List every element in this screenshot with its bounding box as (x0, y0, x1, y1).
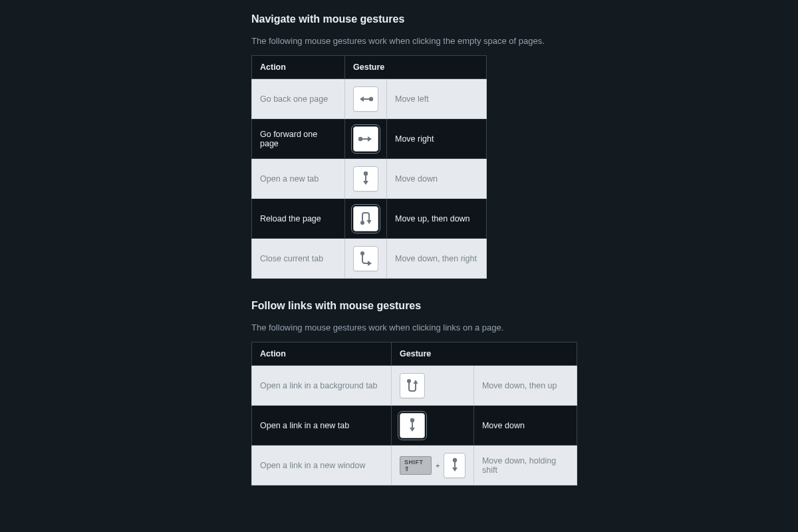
gesture-down-right-icon (353, 246, 378, 271)
col-action: Action (252, 342, 392, 366)
action-cell: Open a link in a background tab (252, 366, 392, 406)
gesture-down-up-icon (400, 373, 425, 398)
col-gesture: Gesture (392, 342, 577, 366)
gesture-icon-cell (345, 119, 387, 159)
plus-icon: + (436, 462, 440, 469)
links-table: Action Gesture Open a link in a backgrou… (251, 342, 577, 485)
col-gesture: Gesture (345, 56, 487, 79)
gesture-right-icon (353, 126, 378, 152)
table-row: Open a link in a new window SHIFT ⇧ + Mo… (252, 446, 577, 485)
section-links-lead: The following mouse gestures work when c… (251, 323, 798, 332)
table-header-row: Action Gesture (252, 342, 577, 366)
gesture-cell: Move up, then down (387, 199, 487, 239)
navigate-table: Action Gesture Go back one page Move lef… (251, 55, 487, 279)
table-row: Open a link in a background tab Move dow… (252, 366, 577, 406)
gesture-cell: Move right (387, 119, 487, 159)
gesture-cell: Move left (387, 79, 487, 119)
action-cell: Close current tab (252, 239, 345, 279)
gesture-down-icon (400, 413, 425, 438)
gesture-cell: Move down (387, 159, 487, 199)
action-cell: Go forward one page (252, 119, 345, 159)
shift-key-icon: SHIFT ⇧ (400, 456, 432, 475)
section-navigate-lead: The following mouse gestures work when c… (251, 36, 798, 46)
action-cell: Open a link in a new tab (252, 406, 392, 446)
gesture-cell: Move down, then right (387, 239, 487, 279)
gesture-down-icon (353, 166, 378, 192)
gesture-cell: Move down, then up (473, 366, 577, 406)
table-header-row: Action Gesture (252, 56, 487, 79)
gesture-icon-cell (345, 159, 387, 199)
gesture-down-icon (444, 453, 466, 478)
section-navigate-title: Navigate with mouse gestures (251, 13, 798, 25)
gesture-icon-cell (345, 79, 387, 119)
table-row: Open a link in a new tab Move down (252, 406, 577, 446)
gesture-cell: Move down, holding shift (473, 446, 577, 485)
table-row: Go back one page Move left (252, 79, 487, 119)
gesture-icon-cell (345, 239, 387, 279)
gesture-icon-cell (392, 366, 474, 406)
gesture-icon-cell (392, 406, 474, 446)
gesture-left-icon (353, 86, 378, 112)
col-action: Action (252, 56, 345, 79)
table-row: Reload the page Move up, then down (252, 199, 487, 239)
gesture-cell: Move down (473, 406, 577, 446)
table-row: Open a new tab Move down (252, 159, 487, 199)
action-cell: Go back one page (252, 79, 345, 119)
action-cell: Reload the page (252, 199, 345, 239)
section-links-title: Follow links with mouse gestures (251, 300, 798, 312)
action-cell: Open a new tab (252, 159, 345, 199)
gesture-up-down-icon (353, 206, 378, 231)
gesture-icon-cell: SHIFT ⇧ + (392, 446, 474, 485)
action-cell: Open a link in a new window (252, 446, 392, 485)
page-content: Navigate with mouse gestures The followi… (0, 0, 798, 532)
table-row: Close current tab Move down, then right (252, 239, 487, 279)
gesture-icon-cell (345, 199, 387, 239)
table-row: Go forward one page Move right (252, 119, 487, 159)
